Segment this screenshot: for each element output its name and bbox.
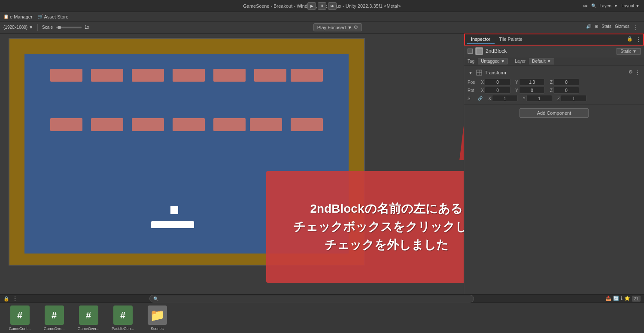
lock-icon[interactable]: 🔒 bbox=[627, 36, 633, 43]
tab-tile-palette[interactable]: Tile Palette bbox=[495, 35, 527, 44]
brick-r1-3 bbox=[132, 69, 164, 82]
layer-label: Layer bbox=[515, 59, 526, 64]
aspect-icon[interactable]: ⊞ bbox=[595, 24, 598, 31]
play-focused-button[interactable]: Play Focused ▼ ⚙ bbox=[313, 23, 362, 31]
inspector-more-icon[interactable]: ⋮ bbox=[635, 36, 641, 43]
transform-name: Transform bbox=[485, 70, 506, 75]
gizmos-button[interactable]: Gizmos bbox=[615, 24, 629, 31]
position-x-input[interactable]: 0 bbox=[485, 79, 510, 86]
history-icon[interactable]: ⏮ bbox=[583, 3, 588, 8]
asset-label-gamecont: GameCont... bbox=[9, 327, 30, 331]
tag-dropdown[interactable]: Untagged ▼ bbox=[478, 58, 508, 64]
transform-scale-row: S 🔗 X 1 Y 1 Z 1 bbox=[468, 95, 641, 102]
scale-x-input[interactable]: 1 bbox=[492, 95, 518, 102]
annotation-text: 2ndBlockの名前の左にある チェックボックスをクリックして チェックを外し… bbox=[293, 200, 464, 254]
manager-menu[interactable]: 📋 e Manager bbox=[3, 14, 33, 19]
position-x-label: X bbox=[478, 80, 484, 85]
rotation-x-label: X bbox=[478, 88, 484, 93]
layout-dropdown[interactable]: Layout ▼ bbox=[621, 3, 640, 8]
brick-r2-6 bbox=[250, 118, 282, 131]
favorite-icon[interactable]: ⭐ bbox=[624, 296, 630, 302]
project-lock-icon[interactable]: 🔒 bbox=[3, 296, 9, 302]
asset-item-gameover1[interactable]: # GameOve... bbox=[41, 306, 67, 331]
object-name: 2ndBlock bbox=[486, 48, 507, 54]
inspector-panel: Inspector Tile Palette 🔒 ⋮ 2ndBlock Stat… bbox=[464, 34, 644, 294]
import-icon[interactable]: 📥 bbox=[605, 296, 611, 302]
stats-button[interactable]: Stats bbox=[601, 24, 611, 31]
tab-inspector[interactable]: Inspector bbox=[467, 35, 495, 44]
audio-icon[interactable]: 🔊 bbox=[586, 24, 591, 31]
scale-link-icon: 🔗 bbox=[478, 96, 483, 101]
layers-dropdown[interactable]: Layers ▼ bbox=[600, 3, 618, 8]
position-y-group: Y 1.3 bbox=[512, 79, 545, 86]
resolution-display[interactable]: (1920x1080) ▼ bbox=[3, 25, 33, 30]
more-options-icon[interactable]: ⋮ bbox=[633, 24, 639, 31]
pause-button[interactable]: ⏸ bbox=[318, 2, 326, 10]
inspector-panel-icons: 🔒 ⋮ bbox=[627, 36, 641, 43]
tag-label: Tag bbox=[468, 59, 474, 64]
scale-x-label: X bbox=[485, 96, 491, 101]
asset-icon-paddlecon: # bbox=[113, 306, 133, 325]
static-dropdown[interactable]: Static ▼ bbox=[617, 48, 641, 55]
brick-r2-2 bbox=[91, 118, 123, 131]
scale-y-input[interactable]: 1 bbox=[526, 95, 552, 102]
svg-point-2 bbox=[478, 50, 480, 52]
transform-fields: Pos X 0 Y 1.3 Z 0 Rot bbox=[468, 78, 641, 103]
scale-control: Scale 1x bbox=[42, 25, 89, 30]
annotation-box: 2ndBlockの名前の左にある チェックボックスをクリックして チェックを外し… bbox=[266, 171, 464, 283]
inspector-tabs: Inspector Tile Palette 🔒 ⋮ bbox=[464, 34, 644, 46]
asset-icon-gameover2: # bbox=[79, 306, 98, 325]
rotation-z-label: Z bbox=[547, 88, 553, 93]
position-z-label: Z bbox=[547, 80, 553, 85]
position-y-input[interactable]: 1.3 bbox=[519, 79, 545, 86]
rotation-z-input[interactable]: 0 bbox=[553, 87, 579, 94]
rotation-x-input[interactable]: 0 bbox=[485, 87, 510, 94]
bottom-toolbar: 🔒 ⋮ 📥 🔄 ℹ ⭐ 21 bbox=[0, 295, 644, 303]
scale-z-label: Z bbox=[554, 96, 560, 101]
layer-dropdown[interactable]: Default ▼ bbox=[529, 58, 554, 64]
transform-settings-icon[interactable]: ⚙ bbox=[629, 69, 633, 76]
position-label: Pos bbox=[468, 80, 476, 85]
brick-r2-5 bbox=[213, 118, 246, 131]
refresh-icon[interactable]: 🔄 bbox=[613, 296, 619, 302]
asset-label-paddlecon: PaddleCon... bbox=[112, 327, 134, 331]
scale-label: S bbox=[468, 96, 476, 101]
transform-more-icon[interactable]: ⋮ bbox=[635, 69, 641, 76]
project-search-input[interactable] bbox=[149, 295, 474, 302]
step-button[interactable]: ⏭ bbox=[328, 2, 337, 10]
transform-settings: ⚙ ⋮ bbox=[629, 69, 641, 76]
asset-store-menu[interactable]: 🛒 Asset Store bbox=[38, 14, 69, 19]
brick-r2-3 bbox=[132, 118, 164, 131]
brick-r1-4 bbox=[173, 69, 205, 82]
brick-r2-4 bbox=[173, 118, 205, 131]
search-icon[interactable]: 🔍 bbox=[591, 3, 596, 8]
asset-label-gameover2: GameOver... bbox=[77, 327, 99, 331]
tag-layer-row: Tag Untagged ▼ Layer Default ▼ bbox=[464, 57, 644, 66]
transform-header[interactable]: ▼ Transform ⚙ ⋮ bbox=[468, 67, 641, 78]
asset-item-gamecont[interactable]: # GameCont... bbox=[7, 306, 33, 331]
rotation-y-input[interactable]: 0 bbox=[519, 87, 545, 94]
brick-r1-1 bbox=[50, 69, 82, 82]
paddle bbox=[151, 221, 194, 228]
add-component-button[interactable]: Add Component bbox=[519, 108, 589, 118]
position-y-label: Y bbox=[512, 80, 518, 85]
scale-z-input[interactable]: 1 bbox=[561, 95, 586, 102]
object-active-checkbox[interactable] bbox=[468, 49, 473, 54]
brick-r1-5 bbox=[213, 69, 246, 82]
main-layout: 2ndBlockの名前の左にある チェックボックスをクリックして チェックを外し… bbox=[0, 34, 644, 294]
transform-rotation-row: Rot X 0 Y 0 Z 0 bbox=[468, 87, 641, 94]
brick-r2-7 bbox=[291, 118, 323, 131]
project-more-icon[interactable]: ⋮ bbox=[12, 295, 18, 302]
info-icon[interactable]: ℹ bbox=[621, 296, 623, 302]
asset-item-scenes[interactable]: 📁 Scenes bbox=[144, 306, 170, 331]
object-header: 2ndBlock Static ▼ bbox=[464, 46, 644, 57]
transform-component-icon bbox=[476, 70, 482, 76]
asset-icon-scenes: 📁 bbox=[148, 306, 167, 325]
asset-item-gameover2[interactable]: # GameOver... bbox=[76, 306, 101, 331]
asset-item-paddlecon[interactable]: # PaddleCon... bbox=[110, 306, 136, 331]
transform-position-row: Pos X 0 Y 1.3 Z 0 bbox=[468, 79, 641, 86]
play-button[interactable]: ▶ bbox=[307, 2, 316, 10]
position-z-input[interactable]: 0 bbox=[553, 79, 579, 86]
rotation-z-group: Z 0 bbox=[547, 87, 579, 94]
toolbar: (1920x1080) ▼ Scale 1x Play Focused ▼ ⚙ … bbox=[0, 21, 644, 34]
